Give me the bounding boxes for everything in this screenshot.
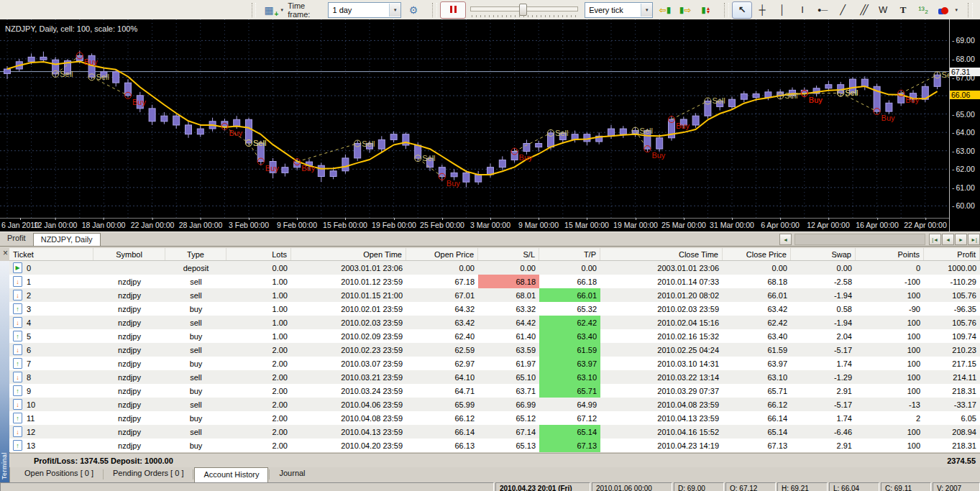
nav-next-button[interactable]: ►	[955, 234, 967, 245]
chart-area[interactable]: NZDJPY, Daily, cell: 100, scale: 100% Se…	[0, 19, 980, 231]
toolbar-grip[interactable]	[252, 3, 256, 17]
table-row[interactable]: ▶0deposit0.002003.01.01 23:060.000.000.0…	[9, 261, 980, 275]
column-header-symbol[interactable]: Symbol	[93, 248, 165, 260]
channel-tool-button[interactable]: ╱╱	[853, 1, 873, 19]
nav-first-button[interactable]: |◄	[929, 234, 941, 245]
chart-properties-button[interactable]: ⚙	[403, 1, 423, 19]
tab-separator	[269, 469, 270, 479]
scrollbar-track[interactable]	[794, 234, 925, 245]
terminal-caption-bar[interactable]: Terminal	[0, 261, 10, 482]
column-header-close_price[interactable]: Close Price	[723, 248, 791, 260]
nav-prev-button[interactable]: ◄	[942, 234, 954, 245]
svg-text:Buy: Buy	[905, 96, 919, 104]
table-row[interactable]: ↑11nzdjpybuy2.002010.04.08 23:5966.1265.…	[9, 411, 980, 425]
table-row[interactable]: ↑7nzdjpybuy2.002010.03.07 23:5962.9761.9…	[9, 357, 980, 370]
toolbar-grip[interactable]	[968, 3, 973, 17]
column-header-lots[interactable]: Lots	[226, 248, 291, 260]
table-row[interactable]: ↓6nzdjpysell2.002010.02.23 23:5962.5963.…	[9, 343, 980, 357]
vertical-segment-tool-button[interactable]: I	[792, 1, 812, 19]
column-header-open_price[interactable]: Open Price	[406, 248, 478, 260]
tab-separator	[103, 469, 104, 479]
horizontal-line-tool-button[interactable]: ●—	[812, 1, 833, 19]
shapes-icon	[938, 4, 948, 16]
column-header-close_time[interactable]: Close Time	[600, 248, 723, 260]
price-chart[interactable]: SellBuySellBuyBuySellSellBuyBuySellSellB…	[0, 19, 949, 218]
nav-last-button[interactable]: ►|	[968, 234, 980, 245]
cell-lots: 2.00	[226, 384, 291, 398]
cell-swap: -1.29	[791, 370, 856, 384]
timeframe-label: Time frame:	[288, 1, 323, 19]
svg-text:Sell: Sell	[555, 129, 568, 137]
column-header-tp[interactable]: T/P	[539, 248, 600, 260]
cell-open_time: 2010.04.06 23:59	[291, 398, 406, 411]
cell-open_time: 2010.01.15 21:00	[291, 288, 406, 302]
cell-close_time: 2010.04.08 23:59	[600, 398, 723, 411]
date-tick: 18 Jan 00:00	[82, 221, 126, 229]
cell-ticket: ↓12	[9, 425, 93, 439]
cell-open_time: 2010.03.07 23:59	[291, 357, 406, 370]
table-row[interactable]: ↓12nzdjpysell2.002010.04.13 23:5966.1467…	[9, 425, 980, 439]
crosshair-tool-button[interactable]: ┼	[752, 1, 772, 19]
column-header-sl[interactable]: S/L	[478, 248, 539, 260]
step-back-button[interactable]: ⇦ ▮	[655, 1, 675, 19]
chart-tab-nzdjpy-daily[interactable]: NZDJPY, Daily	[33, 233, 101, 247]
column-header-profit[interactable]: Profit	[924, 248, 980, 260]
vertical-line-tool-button[interactable]: │	[772, 1, 792, 19]
cell-points: 0	[856, 261, 924, 275]
table-row[interactable]: ↓4nzdjpysell1.002010.02.03 23:5963.4264.…	[9, 316, 980, 329]
cell-tp: 66.18	[539, 275, 600, 288]
chevron-down-icon[interactable]: ▼	[280, 8, 284, 12]
date-tick: 31 Mar 00:00	[710, 221, 754, 229]
chevron-down-icon[interactable]: ▼	[954, 8, 958, 12]
table-row[interactable]: ↑9nzdjpybuy2.002010.03.24 23:5964.7163.7…	[9, 384, 980, 398]
buy-order-icon: ↑	[13, 385, 22, 396]
shapes-button[interactable]	[933, 1, 953, 19]
elliott-numbers-button[interactable]: ¹³₂	[913, 1, 933, 19]
column-header-type[interactable]: Type	[165, 248, 226, 260]
cursor-tool-button[interactable]: ↖	[732, 1, 752, 19]
cell-sl: 61.97	[478, 357, 539, 370]
column-header-points[interactable]: Points	[856, 248, 924, 260]
cell-close_price: 63.97	[723, 357, 791, 370]
table-row[interactable]: ↓1nzdjpysell1.002010.01.12 23:5967.1868.…	[9, 275, 980, 288]
toolbar-grip[interactable]	[724, 3, 729, 17]
timeframe-select[interactable]: 1 day ▼	[328, 2, 401, 18]
trendline-tool-button[interactable]: ╱	[833, 1, 853, 19]
cell-swap: -1.94	[791, 288, 856, 302]
chevron-down-icon[interactable]: ▼	[389, 4, 400, 17]
pause-button[interactable]	[440, 1, 466, 19]
table-row[interactable]: ↓10nzdjpysell2.002010.04.06 23:5965.9966…	[9, 398, 980, 411]
cell-tp: 65.14	[539, 425, 600, 439]
step-forward-button[interactable]: ▮ ⇨	[675, 1, 695, 19]
cell-sl: 63.71	[478, 384, 539, 398]
ticket-number: 7	[27, 359, 31, 368]
chart-scroll-zone: ◄ |◄ ◄ ► ►|	[779, 232, 980, 247]
cell-close_price: 61.59	[723, 343, 791, 357]
cell-points: -90	[856, 302, 924, 316]
candle-icon: ▮	[701, 5, 706, 15]
table-row[interactable]: ↑5nzdjpybuy1.002010.02.09 23:5962.4061.4…	[9, 329, 980, 343]
text-tool-button[interactable]: T	[893, 1, 913, 19]
chevron-down-icon[interactable]: ▼	[641, 4, 652, 17]
tick-mode-select[interactable]: Every tick ▼	[585, 2, 653, 18]
terminal-tab-open-positions-0-[interactable]: Open Positions [ 0 ]	[16, 467, 102, 482]
column-header-ticket[interactable]: Ticket	[9, 248, 93, 260]
terminal-tab-pending-orders-0-[interactable]: Pending Orders [ 0 ]	[104, 467, 192, 482]
table-row[interactable]: ↑13nzdjpybuy2.002010.04.20 23:5966.1365.…	[9, 439, 980, 452]
table-row[interactable]: ↑3nzdjpybuy1.002010.02.01 23:5964.3263.3…	[9, 302, 980, 316]
terminal-tab-account-history[interactable]: Account History	[194, 467, 268, 482]
new-chart-button[interactable]: ▦ +	[259, 1, 279, 19]
speed-slider[interactable]	[470, 3, 578, 17]
slider-thumb[interactable]	[519, 4, 527, 16]
column-header-open_time[interactable]: Open Time	[291, 248, 406, 260]
table-row[interactable]: ↓8nzdjpysell2.002010.03.21 23:5964.1065.…	[9, 370, 980, 384]
scroll-left-button[interactable]: ◄	[779, 234, 792, 245]
step-updown-button[interactable]: ▮ ▴▾	[695, 1, 715, 19]
terminal-tab-journal[interactable]: Journal	[270, 467, 313, 482]
chart-tab-profit[interactable]: Profit	[0, 232, 33, 247]
column-header-swap[interactable]: Swap	[791, 248, 856, 260]
fib-retracement-button[interactable]: ≡	[976, 1, 980, 19]
toolbar-grip[interactable]	[432, 3, 437, 17]
table-row[interactable]: ↓2nzdjpysell1.002010.01.15 21:0067.0168.…	[9, 288, 980, 302]
waves-tool-button[interactable]: W	[873, 1, 893, 19]
